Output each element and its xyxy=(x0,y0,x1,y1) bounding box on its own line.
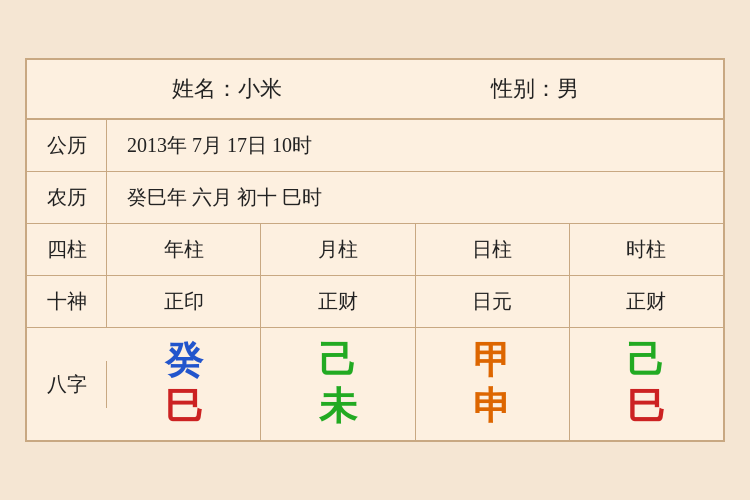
year-pillar-label: 年柱 xyxy=(107,224,261,275)
shishen-label: 十神 xyxy=(27,276,107,327)
bazhi-hour-top: 己 xyxy=(627,340,665,382)
lunar-row: 农历 癸巳年 六月 初十 巳时 xyxy=(27,172,723,224)
bazhi-hour-cell: 己 巳 xyxy=(570,328,723,440)
bazhi-row: 八字 癸 巳 己 未 甲 申 己 巳 xyxy=(27,328,723,440)
bazhi-year-top: 癸 xyxy=(165,340,203,382)
hour-pillar-label: 时柱 xyxy=(570,224,723,275)
solar-row: 公历 2013年 7月 17日 10时 xyxy=(27,120,723,172)
solar-label: 公历 xyxy=(27,120,107,171)
bazhi-year-cell: 癸 巳 xyxy=(107,328,261,440)
bazhi-year-bottom: 巳 xyxy=(165,386,203,428)
bazhi-month-bottom: 未 xyxy=(319,386,357,428)
name-display: 姓名：小米 xyxy=(172,74,282,104)
bazhi-day-cell: 甲 申 xyxy=(416,328,570,440)
bazhi-month-cell: 己 未 xyxy=(261,328,415,440)
shishen-hour: 正财 xyxy=(570,276,723,327)
shishen-row: 十神 正印 正财 日元 正财 xyxy=(27,276,723,328)
shishen-month: 正财 xyxy=(261,276,415,327)
solar-value: 2013年 7月 17日 10时 xyxy=(107,122,723,169)
lunar-value: 癸巳年 六月 初十 巳时 xyxy=(107,174,723,221)
bazhi-day-top: 甲 xyxy=(473,340,511,382)
main-container: 姓名：小米 性别：男 公历 2013年 7月 17日 10时 农历 癸巳年 六月… xyxy=(25,58,725,442)
bazhi-day-bottom: 申 xyxy=(473,386,511,428)
sizhu-label: 四柱 xyxy=(27,224,107,275)
bazhi-hour-bottom: 巳 xyxy=(627,386,665,428)
bazhi-label: 八字 xyxy=(27,361,107,408)
shishen-year: 正印 xyxy=(107,276,261,327)
header-row: 姓名：小米 性别：男 xyxy=(27,60,723,120)
bazhi-month-top: 己 xyxy=(319,340,357,382)
shishen-day: 日元 xyxy=(416,276,570,327)
sizhu-row: 四柱 年柱 月柱 日柱 时柱 xyxy=(27,224,723,276)
gender-display: 性别：男 xyxy=(491,74,579,104)
lunar-label: 农历 xyxy=(27,172,107,223)
day-pillar-label: 日柱 xyxy=(416,224,570,275)
month-pillar-label: 月柱 xyxy=(261,224,415,275)
